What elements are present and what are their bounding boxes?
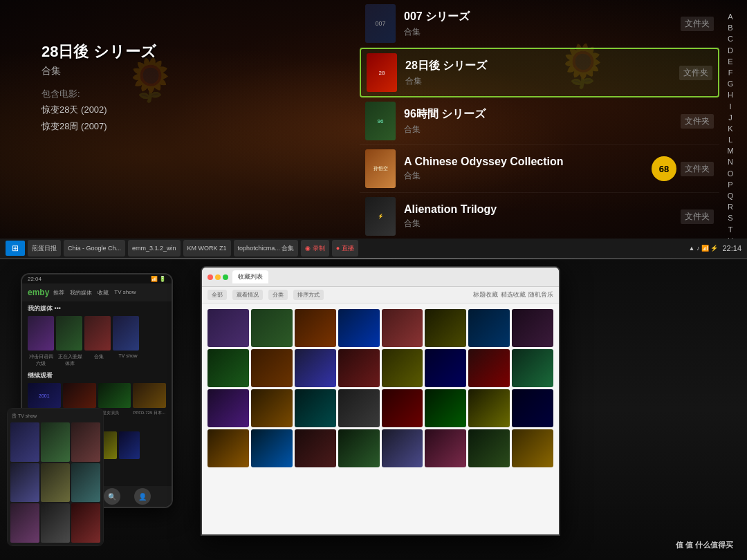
- grid-item-6[interactable]: [425, 309, 466, 347]
- alpha-f[interactable]: F: [728, 68, 733, 77]
- phone-grid-8[interactable]: [41, 503, 70, 543]
- nav-tvshow[interactable]: TV show: [114, 289, 136, 297]
- grid-item-31[interactable]: [468, 429, 510, 467]
- list-item-alienation[interactable]: ⚡ Alienation Trilogy 合集 文件夹: [360, 193, 719, 241]
- grid-item-9[interactable]: [208, 349, 249, 387]
- grid-item-25[interactable]: [208, 429, 249, 467]
- phone-grid-7[interactable]: [10, 503, 39, 543]
- continue-thumb-2[interactable]: [63, 383, 96, 408]
- grid-item-29[interactable]: [382, 429, 423, 467]
- minimize-btn[interactable]: [215, 274, 221, 280]
- browser-tab[interactable]: 收藏列表: [232, 270, 268, 283]
- phone-grid-3[interactable]: [71, 422, 100, 462]
- tab-featured[interactable]: 精选收藏: [501, 290, 526, 299]
- continue-thumb-1[interactable]: 2001: [28, 383, 61, 408]
- grid-item-11[interactable]: [295, 349, 336, 387]
- alpha-a[interactable]: A: [728, 12, 732, 21]
- alpha-k[interactable]: K: [728, 124, 732, 133]
- start-button[interactable]: ⊞: [6, 241, 25, 256]
- alpha-t[interactable]: T: [728, 225, 733, 234]
- grid-item-3[interactable]: [295, 309, 336, 347]
- alpha-m[interactable]: M: [727, 147, 733, 156]
- alpha-g[interactable]: G: [728, 80, 734, 88]
- grid-item-14[interactable]: [425, 349, 466, 387]
- grid-item-2[interactable]: [251, 309, 293, 347]
- taskbar-item-1[interactable]: 煎蛋日报: [28, 240, 61, 256]
- alpha-d[interactable]: D: [728, 46, 733, 55]
- grid-item-19[interactable]: [295, 389, 336, 427]
- nav-recommend[interactable]: 推荐: [53, 289, 64, 297]
- grid-item-28[interactable]: [338, 429, 380, 467]
- list-item-28days[interactable]: 28 28日後 シリーズ 合集 文件夹: [360, 48, 719, 97]
- tab-random[interactable]: 随机音乐: [528, 290, 553, 299]
- toolbar-watch-status[interactable]: 观看情况: [232, 290, 263, 300]
- taskbar-item-5[interactable]: tophotchicma... 合集: [234, 240, 299, 256]
- alpha-q[interactable]: Q: [728, 192, 734, 200]
- grid-item-32[interactable]: [512, 429, 553, 467]
- grid-item-7[interactable]: [468, 309, 510, 347]
- continue-thumb-3[interactable]: [98, 383, 131, 408]
- grid-item-10[interactable]: [251, 349, 293, 387]
- taskbar-item-4[interactable]: KM WORK Z1: [183, 240, 231, 256]
- maximize-btn[interactable]: [223, 274, 228, 280]
- taskbar-item-record[interactable]: ◉ 录制: [301, 240, 329, 256]
- toolbar-category[interactable]: 分类: [268, 290, 288, 300]
- taskbar-item-3[interactable]: emm_3.1.2_win: [128, 240, 181, 256]
- list-item-007[interactable]: 007 007 シリーズ 合集 文件夹: [360, 0, 719, 48]
- alpha-o[interactable]: O: [728, 169, 734, 178]
- media-thumb-4[interactable]: [113, 316, 139, 351]
- media-thumb-1[interactable]: [28, 316, 54, 351]
- phone-grid-5[interactable]: [41, 463, 70, 503]
- phone-grid-1[interactable]: [10, 422, 39, 462]
- tab-collection[interactable]: 标题收藏: [473, 290, 498, 299]
- list-item-96[interactable]: 96 96時間 シリーズ 合集 文件夹: [360, 97, 719, 145]
- toolbar-sort[interactable]: 排序方式: [293, 290, 324, 300]
- phone-grid-6[interactable]: [71, 463, 100, 503]
- list-item-odyssey[interactable]: 孙悟空 A Chinese Odyssey Collection 合集 68 文…: [360, 145, 719, 193]
- grid-item-12[interactable]: [338, 349, 380, 387]
- grid-item-22[interactable]: [425, 389, 466, 427]
- grid-item-17[interactable]: [208, 389, 249, 427]
- phone-grid-4[interactable]: [10, 463, 39, 503]
- continue-thumb-4[interactable]: [133, 383, 166, 408]
- grid-item-21[interactable]: [382, 389, 423, 427]
- taskbar-item-2[interactable]: Chia - Google Ch...: [64, 240, 125, 256]
- alpha-j[interactable]: J: [728, 113, 732, 122]
- alpha-p[interactable]: P: [728, 180, 732, 189]
- alpha-i[interactable]: I: [729, 102, 731, 111]
- media-thumb-3[interactable]: [84, 316, 111, 351]
- grid-item-1[interactable]: [208, 309, 249, 347]
- alpha-s[interactable]: S: [728, 214, 732, 223]
- grid-item-13[interactable]: [382, 349, 423, 387]
- alpha-c[interactable]: C: [728, 35, 733, 44]
- close-btn[interactable]: [208, 274, 213, 280]
- nav-more[interactable]: 收藏: [98, 289, 109, 297]
- toolbar-all[interactable]: 全部: [208, 290, 227, 300]
- grid-item-30[interactable]: [425, 429, 466, 467]
- nav-media[interactable]: 我的媒体: [70, 289, 92, 297]
- alpha-h[interactable]: H: [728, 91, 733, 100]
- phone-grid-2[interactable]: [41, 422, 70, 462]
- grid-item-24[interactable]: [512, 389, 553, 427]
- grid-item-5[interactable]: [382, 309, 423, 347]
- taskbar-item-live[interactable]: ● 直播: [332, 240, 358, 256]
- grid-item-4[interactable]: [338, 309, 380, 347]
- grid-item-27[interactable]: [295, 429, 336, 467]
- grid-item-26[interactable]: [251, 429, 293, 467]
- phone-grid-9[interactable]: [71, 503, 100, 543]
- grid-item-15[interactable]: [468, 349, 510, 387]
- grid-item-8[interactable]: [512, 309, 553, 347]
- latest-thumb-5[interactable]: [119, 431, 140, 459]
- alpha-e[interactable]: E: [728, 57, 732, 66]
- alpha-r[interactable]: R: [728, 203, 733, 212]
- grid-item-16[interactable]: [512, 349, 553, 387]
- phone-search-btn[interactable]: 🔍: [104, 488, 120, 505]
- grid-item-20[interactable]: [338, 389, 380, 427]
- alpha-b[interactable]: B: [728, 24, 732, 32]
- alpha-l[interactable]: L: [728, 136, 732, 144]
- grid-item-18[interactable]: [251, 389, 293, 427]
- grid-item-23[interactable]: [468, 389, 510, 427]
- phone-person-btn[interactable]: 👤: [134, 488, 151, 505]
- alpha-n[interactable]: N: [728, 158, 733, 167]
- media-thumb-2[interactable]: [56, 316, 82, 351]
